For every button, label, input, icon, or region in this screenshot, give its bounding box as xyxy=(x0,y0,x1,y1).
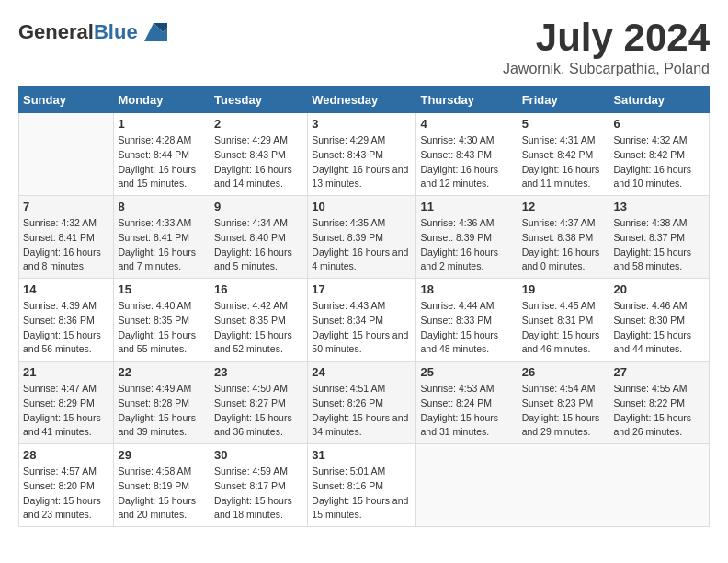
calendar-cell: 25Sunrise: 4:53 AMSunset: 8:24 PMDayligh… xyxy=(416,362,518,444)
day-info: Sunrise: 4:37 AMSunset: 8:38 PMDaylight:… xyxy=(522,216,606,274)
weekday-header-monday: Monday xyxy=(114,87,210,113)
day-info: Sunrise: 4:32 AMSunset: 8:41 PMDaylight:… xyxy=(23,216,109,274)
day-info: Sunrise: 4:35 AMSunset: 8:39 PMDaylight:… xyxy=(312,216,412,274)
day-number: 16 xyxy=(214,282,303,296)
day-info: Sunrise: 4:44 AMSunset: 8:33 PMDaylight:… xyxy=(420,299,513,357)
day-info: Sunrise: 4:34 AMSunset: 8:40 PMDaylight:… xyxy=(214,216,303,274)
calendar-cell xyxy=(19,113,114,196)
day-number: 6 xyxy=(613,117,705,131)
day-info: Sunrise: 4:32 AMSunset: 8:42 PMDaylight:… xyxy=(613,133,705,191)
weekday-header-tuesday: Tuesday xyxy=(210,87,308,113)
title-block: July 2024 Jawornik, Subcarpathia, Poland xyxy=(503,18,710,77)
day-info: Sunrise: 4:58 AMSunset: 8:19 PMDaylight:… xyxy=(118,465,206,523)
day-info: Sunrise: 4:59 AMSunset: 8:17 PMDaylight:… xyxy=(214,465,303,523)
page-header: GeneralBlue July 2024 Jawornik, Subcarpa… xyxy=(18,18,710,77)
day-info: Sunrise: 4:47 AMSunset: 8:29 PMDaylight:… xyxy=(23,382,109,440)
day-number: 2 xyxy=(214,117,303,131)
day-number: 9 xyxy=(214,200,303,213)
day-number: 14 xyxy=(23,282,109,296)
day-number: 20 xyxy=(613,282,705,296)
day-number: 10 xyxy=(312,200,412,213)
calendar-cell: 23Sunrise: 4:50 AMSunset: 8:27 PMDayligh… xyxy=(210,362,308,444)
day-number: 11 xyxy=(420,200,513,213)
calendar-cell: 19Sunrise: 4:45 AMSunset: 8:31 PMDayligh… xyxy=(518,279,609,362)
day-number: 23 xyxy=(214,365,303,379)
logo-blue: Blue xyxy=(94,20,138,43)
calendar-cell: 17Sunrise: 4:43 AMSunset: 8:34 PMDayligh… xyxy=(308,279,416,362)
calendar-cell: 18Sunrise: 4:44 AMSunset: 8:33 PMDayligh… xyxy=(416,279,518,362)
day-info: Sunrise: 4:53 AMSunset: 8:24 PMDaylight:… xyxy=(420,382,513,440)
calendar-cell: 30Sunrise: 4:59 AMSunset: 8:17 PMDayligh… xyxy=(210,444,308,527)
day-number: 5 xyxy=(522,117,606,131)
day-info: Sunrise: 4:46 AMSunset: 8:30 PMDaylight:… xyxy=(613,299,705,357)
day-number: 22 xyxy=(118,365,206,379)
calendar-cell xyxy=(518,444,609,527)
calendar-cell: 9Sunrise: 4:34 AMSunset: 8:40 PMDaylight… xyxy=(210,196,308,279)
calendar-week-row: 28Sunrise: 4:57 AMSunset: 8:20 PMDayligh… xyxy=(19,444,710,527)
calendar-cell: 11Sunrise: 4:36 AMSunset: 8:39 PMDayligh… xyxy=(416,196,518,279)
calendar-cell: 1Sunrise: 4:28 AMSunset: 8:44 PMDaylight… xyxy=(114,113,210,196)
calendar-cell: 6Sunrise: 4:32 AMSunset: 8:42 PMDaylight… xyxy=(609,113,710,196)
day-info: Sunrise: 4:42 AMSunset: 8:35 PMDaylight:… xyxy=(214,299,303,357)
day-number: 12 xyxy=(522,200,606,213)
calendar-cell: 28Sunrise: 4:57 AMSunset: 8:20 PMDayligh… xyxy=(19,444,114,527)
day-number: 8 xyxy=(118,200,206,213)
day-number: 26 xyxy=(522,365,606,379)
calendar-cell: 2Sunrise: 4:29 AMSunset: 8:43 PMDaylight… xyxy=(210,113,308,196)
day-info: Sunrise: 4:43 AMSunset: 8:34 PMDaylight:… xyxy=(312,299,412,357)
day-number: 28 xyxy=(23,448,109,462)
calendar-cell: 5Sunrise: 4:31 AMSunset: 8:42 PMDaylight… xyxy=(518,113,609,196)
day-number: 3 xyxy=(312,117,412,131)
calendar-cell: 21Sunrise: 4:47 AMSunset: 8:29 PMDayligh… xyxy=(19,362,114,444)
day-number: 19 xyxy=(522,282,606,296)
logo-general: General xyxy=(18,20,94,43)
calendar-cell: 15Sunrise: 4:40 AMSunset: 8:35 PMDayligh… xyxy=(114,279,210,362)
month-title: July 2024 xyxy=(503,18,710,57)
calendar-cell: 10Sunrise: 4:35 AMSunset: 8:39 PMDayligh… xyxy=(308,196,416,279)
calendar-week-row: 14Sunrise: 4:39 AMSunset: 8:36 PMDayligh… xyxy=(19,279,710,362)
day-info: Sunrise: 4:29 AMSunset: 8:43 PMDaylight:… xyxy=(214,133,303,191)
day-number: 21 xyxy=(23,365,109,379)
day-info: Sunrise: 4:45 AMSunset: 8:31 PMDaylight:… xyxy=(522,299,606,357)
day-number: 15 xyxy=(118,282,206,296)
day-info: Sunrise: 4:36 AMSunset: 8:39 PMDaylight:… xyxy=(420,216,513,274)
day-number: 29 xyxy=(118,448,206,462)
calendar-cell: 13Sunrise: 4:38 AMSunset: 8:37 PMDayligh… xyxy=(609,196,710,279)
day-info: Sunrise: 4:54 AMSunset: 8:23 PMDaylight:… xyxy=(522,382,606,440)
calendar-cell xyxy=(609,444,710,527)
day-info: Sunrise: 4:40 AMSunset: 8:35 PMDaylight:… xyxy=(118,299,206,357)
calendar-cell: 31Sunrise: 5:01 AMSunset: 8:16 PMDayligh… xyxy=(308,444,416,527)
day-info: Sunrise: 4:49 AMSunset: 8:28 PMDaylight:… xyxy=(118,382,206,440)
calendar-week-row: 21Sunrise: 4:47 AMSunset: 8:29 PMDayligh… xyxy=(19,362,710,444)
calendar-cell: 27Sunrise: 4:55 AMSunset: 8:22 PMDayligh… xyxy=(609,362,710,444)
day-info: Sunrise: 4:38 AMSunset: 8:37 PMDaylight:… xyxy=(613,216,705,274)
day-info: Sunrise: 4:29 AMSunset: 8:43 PMDaylight:… xyxy=(312,133,412,191)
weekday-header-sunday: Sunday xyxy=(19,87,114,113)
day-info: Sunrise: 5:01 AMSunset: 8:16 PMDaylight:… xyxy=(312,465,412,523)
calendar-cell: 4Sunrise: 4:30 AMSunset: 8:43 PMDaylight… xyxy=(416,113,518,196)
calendar-cell: 22Sunrise: 4:49 AMSunset: 8:28 PMDayligh… xyxy=(114,362,210,444)
calendar-cell: 24Sunrise: 4:51 AMSunset: 8:26 PMDayligh… xyxy=(308,362,416,444)
calendar-cell: 3Sunrise: 4:29 AMSunset: 8:43 PMDaylight… xyxy=(308,113,416,196)
logo-icon xyxy=(140,18,167,46)
day-info: Sunrise: 4:50 AMSunset: 8:27 PMDaylight:… xyxy=(214,382,303,440)
calendar-cell: 29Sunrise: 4:58 AMSunset: 8:19 PMDayligh… xyxy=(114,444,210,527)
calendar-week-row: 7Sunrise: 4:32 AMSunset: 8:41 PMDaylight… xyxy=(19,196,710,279)
day-number: 30 xyxy=(214,448,303,462)
weekday-header-friday: Friday xyxy=(518,87,609,113)
calendar-cell: 12Sunrise: 4:37 AMSunset: 8:38 PMDayligh… xyxy=(518,196,609,279)
calendar-cell: 16Sunrise: 4:42 AMSunset: 8:35 PMDayligh… xyxy=(210,279,308,362)
calendar-cell: 8Sunrise: 4:33 AMSunset: 8:41 PMDaylight… xyxy=(114,196,210,279)
calendar-cell xyxy=(416,444,518,527)
calendar-cell: 26Sunrise: 4:54 AMSunset: 8:23 PMDayligh… xyxy=(518,362,609,444)
weekday-header-saturday: Saturday xyxy=(609,87,710,113)
day-number: 24 xyxy=(312,365,412,379)
weekday-header-row: SundayMondayTuesdayWednesdayThursdayFrid… xyxy=(19,87,710,113)
location-title: Jawornik, Subcarpathia, Poland xyxy=(503,61,710,77)
day-number: 18 xyxy=(420,282,513,296)
day-number: 27 xyxy=(613,365,705,379)
day-number: 13 xyxy=(613,200,705,213)
calendar-cell: 20Sunrise: 4:46 AMSunset: 8:30 PMDayligh… xyxy=(609,279,710,362)
calendar-cell: 14Sunrise: 4:39 AMSunset: 8:36 PMDayligh… xyxy=(19,279,114,362)
day-info: Sunrise: 4:33 AMSunset: 8:41 PMDaylight:… xyxy=(118,216,206,274)
